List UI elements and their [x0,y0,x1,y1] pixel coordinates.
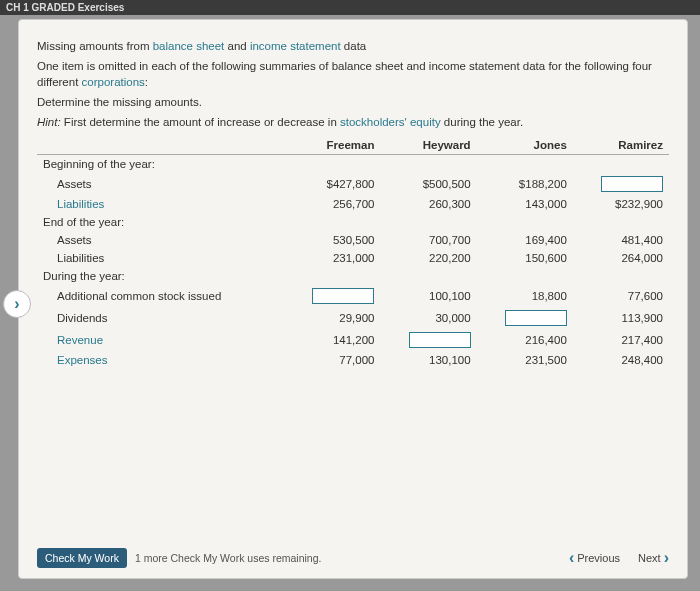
problem-intro: One item is omitted in each of the follo… [37,58,669,90]
cell [380,329,476,351]
hint-label: Hint: [37,116,61,128]
input-heyward-revenue[interactable] [409,332,471,348]
table-row: Revenue 141,200 216,400 217,400 [37,329,669,351]
cell: 530,500 [284,231,380,249]
col-jones: Jones [477,136,573,155]
cell: 256,700 [284,195,380,213]
income-statement-link[interactable]: income statement [250,40,341,52]
chevron-left-icon: ‹ [569,549,574,567]
table-row: Liabilities 231,000 220,200 150,600 264,… [37,249,669,267]
cell: 130,100 [380,351,476,369]
cell: 77,600 [573,285,669,307]
row-end-liab-label: Liabilities [37,249,284,267]
section-beg: Beginning of the year: [37,155,284,173]
data-table: Freeman Heyward Jones Ramirez Beginning … [37,136,669,369]
problem-title: Missing amounts from balance sheet and i… [37,38,669,54]
input-ramirez-beg-assets[interactable] [601,176,663,192]
row-revenue-label: Revenue [37,329,284,351]
balance-sheet-link[interactable]: balance sheet [153,40,225,52]
cell: 169,400 [477,231,573,249]
problem-instruction: Determine the missing amounts. [37,94,669,110]
cell: 481,400 [573,231,669,249]
cell: 141,200 [284,329,380,351]
chevron-right-icon: › [14,295,19,313]
col-freeman: Freeman [284,136,380,155]
cell: 30,000 [380,307,476,329]
stockholders-equity-link[interactable]: stockholders' equity [340,116,441,128]
check-my-work-button[interactable]: Check My Work [37,548,127,568]
next-button[interactable]: Next › [638,549,669,567]
cell: 113,900 [573,307,669,329]
col-ramirez: Ramirez [573,136,669,155]
cell: 260,300 [380,195,476,213]
row-addl-stock-label: Additional common stock issued [37,285,284,307]
table-row: Assets 530,500 700,700 169,400 481,400 [37,231,669,249]
cell [284,285,380,307]
table-row: Additional common stock issued 100,100 1… [37,285,669,307]
row-beg-liab-label: Liabilities [37,195,284,213]
input-freeman-addl-stock[interactable] [312,288,374,304]
cell: 100,100 [380,285,476,307]
col-heyward: Heyward [380,136,476,155]
table-row: Liabilities 256,700 260,300 143,000 $232… [37,195,669,213]
section-during: During the year: [37,267,284,285]
cell: 29,900 [284,307,380,329]
cell: $427,800 [284,173,380,195]
cell [573,173,669,195]
cell: $232,900 [573,195,669,213]
row-dividends-label: Dividends [37,307,284,329]
cell: 231,000 [284,249,380,267]
cell: $500,500 [380,173,476,195]
cell: 18,800 [477,285,573,307]
prev-page-circle[interactable]: › [3,290,31,318]
previous-button[interactable]: ‹ Previous [569,549,620,567]
row-end-assets-label: Assets [37,231,284,249]
row-expenses-label: Expenses [37,351,284,369]
cell: 216,400 [477,329,573,351]
cell: 700,700 [380,231,476,249]
cell: 264,000 [573,249,669,267]
cell [477,307,573,329]
cell: 220,200 [380,249,476,267]
check-remaining-text: 1 more Check My Work uses remaining. [135,552,322,564]
table-row: Dividends 29,900 30,000 113,900 [37,307,669,329]
input-jones-dividends[interactable] [505,310,567,326]
row-beg-assets-label: Assets [37,173,284,195]
section-end: End of the year: [37,213,284,231]
cell: 77,000 [284,351,380,369]
cell: $188,200 [477,173,573,195]
cell: 217,400 [573,329,669,351]
corporations-link[interactable]: corporations [82,76,145,88]
table-row: Expenses 77,000 130,100 231,500 248,400 [37,351,669,369]
breadcrumb-strip: CH 1 GRADED Exercises [0,0,700,15]
problem-hint: Hint: First determine the amount of incr… [37,114,669,130]
problem-card: › Missing amounts from balance sheet and… [18,19,688,579]
cell: 231,500 [477,351,573,369]
next-label: Next [638,552,661,564]
table-row: Assets $427,800 $500,500 $188,200 [37,173,669,195]
table-header-row: Freeman Heyward Jones Ramirez [37,136,669,155]
cell: 150,600 [477,249,573,267]
cell: 248,400 [573,351,669,369]
chevron-right-icon: › [664,549,669,567]
previous-label: Previous [577,552,620,564]
cell: 143,000 [477,195,573,213]
